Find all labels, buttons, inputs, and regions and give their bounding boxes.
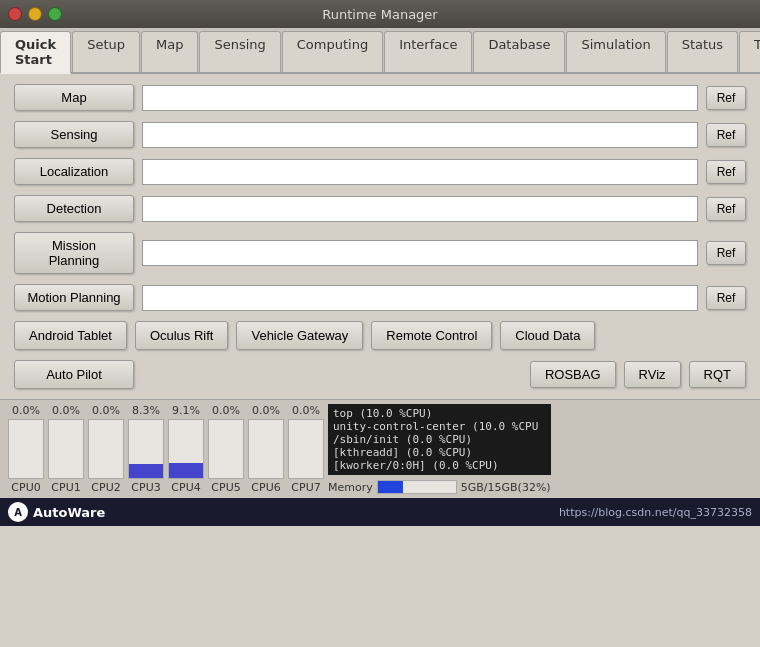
mission-planning-ref-button[interactable]: Ref xyxy=(706,241,746,265)
cpu2-pct: 0.0% xyxy=(92,404,120,417)
minimize-button[interactable] xyxy=(28,7,42,21)
cpu5-graph xyxy=(208,419,244,479)
cpu7-graph xyxy=(288,419,324,479)
section-row-localization: LocalizationRef xyxy=(14,158,746,185)
cpu0-label: CPU0 xyxy=(11,481,40,494)
sensing-ref-button[interactable]: Ref xyxy=(706,123,746,147)
cpu6-graph xyxy=(248,419,284,479)
bottom-control-row: Auto PilotROSBAGRVizRQT xyxy=(14,360,746,389)
cpu-col-cpu6: 0.0%CPU6 xyxy=(248,404,284,494)
cpu-col-cpu0: 0.0%CPU0 xyxy=(8,404,44,494)
tab-status[interactable]: Status xyxy=(667,31,738,72)
cpu3-graph xyxy=(128,419,164,479)
cpu3-fill xyxy=(129,464,163,478)
map-button[interactable]: Map xyxy=(14,84,134,111)
tab-sensing[interactable]: Sensing xyxy=(199,31,280,72)
tab-simulation[interactable]: Simulation xyxy=(566,31,665,72)
motion-planning-input[interactable] xyxy=(142,285,698,311)
cpu-col-cpu1: 0.0%CPU1 xyxy=(48,404,84,494)
tab-computing[interactable]: Computing xyxy=(282,31,383,72)
cpu6-label: CPU6 xyxy=(251,481,280,494)
cpu0-graph xyxy=(8,419,44,479)
localization-button[interactable]: Localization xyxy=(14,158,134,185)
memory-section: top (10.0 %CPU)unity-control-center (10.… xyxy=(328,404,551,494)
cpu7-pct: 0.0% xyxy=(292,404,320,417)
cloud-data-button[interactable]: Cloud Data xyxy=(500,321,595,350)
motion-planning-ref-button[interactable]: Ref xyxy=(706,286,746,310)
memory-bar-background xyxy=(377,480,457,494)
logo-icon: A xyxy=(8,502,28,522)
cpu0-pct: 0.0% xyxy=(12,404,40,417)
android-tablet-button[interactable]: Android Tablet xyxy=(14,321,127,350)
cpu3-label: CPU3 xyxy=(131,481,160,494)
autoware-logo: A AutoWare xyxy=(8,502,105,522)
rosbag-button[interactable]: ROSBAG xyxy=(530,361,616,388)
logo-bar: A AutoWare https://blog.csdn.net/qq_3373… xyxy=(0,498,760,526)
memory-info-panel: top (10.0 %CPU)unity-control-center (10.… xyxy=(328,404,551,475)
oculus-rift-button[interactable]: Oculus Rift xyxy=(135,321,229,350)
memory-bar-fill xyxy=(378,481,403,493)
close-button[interactable] xyxy=(8,7,22,21)
maximize-button[interactable] xyxy=(48,7,62,21)
cpu5-label: CPU5 xyxy=(211,481,240,494)
mem-info-line: [kworker/0:0H] (0.0 %CPU) xyxy=(333,459,546,472)
mem-info-line: /sbin/init (0.0 %CPU) xyxy=(333,433,546,446)
auto-pilot-button[interactable]: Auto Pilot xyxy=(14,360,134,389)
remote-control-button[interactable]: Remote Control xyxy=(371,321,492,350)
cpu2-graph xyxy=(88,419,124,479)
memory-text: 5GB/15GB(32%) xyxy=(461,481,551,494)
map-ref-button[interactable]: Ref xyxy=(706,86,746,110)
cpu4-pct: 9.1% xyxy=(172,404,200,417)
localization-ref-button[interactable]: Ref xyxy=(706,160,746,184)
mem-info-line: [kthreadd] (0.0 %CPU) xyxy=(333,446,546,459)
cpu7-label: CPU7 xyxy=(291,481,320,494)
cpu-col-cpu2: 0.0%CPU2 xyxy=(88,404,124,494)
map-input[interactable] xyxy=(142,85,698,111)
cpu3-pct: 8.3% xyxy=(132,404,160,417)
mission-planning-input[interactable] xyxy=(142,240,698,266)
section-row-detection: DetectionRef xyxy=(14,195,746,222)
cpu-col-cpu4: 9.1%CPU4 xyxy=(168,404,204,494)
vehicle-gateway-button[interactable]: Vehicle Gateway xyxy=(236,321,363,350)
cpu-status-bar: 0.0%CPU00.0%CPU10.0%CPU28.3%CPU39.1%CPU4… xyxy=(0,399,760,498)
section-row-mission-planning: Mission PlanningRef xyxy=(14,232,746,274)
tab-interface[interactable]: Interface xyxy=(384,31,472,72)
memory-label: Memory xyxy=(328,481,373,494)
cpu1-label: CPU1 xyxy=(51,481,80,494)
logo-text: AutoWare xyxy=(33,505,105,520)
mem-info-line: unity-control-center (10.0 %CPU xyxy=(333,420,546,433)
cpu5-pct: 0.0% xyxy=(212,404,240,417)
localization-input[interactable] xyxy=(142,159,698,185)
section-row-sensing: SensingRef xyxy=(14,121,746,148)
tab-database[interactable]: Database xyxy=(473,31,565,72)
cpu4-label: CPU4 xyxy=(171,481,200,494)
detection-input[interactable] xyxy=(142,196,698,222)
detection-ref-button[interactable]: Ref xyxy=(706,197,746,221)
tabbar: Quick StartSetupMapSensingComputingInter… xyxy=(0,28,760,74)
sensing-input[interactable] xyxy=(142,122,698,148)
window-title: Runtime Manager xyxy=(322,7,437,22)
cpu-col-cpu3: 8.3%CPU3 xyxy=(128,404,164,494)
action-buttons-row: Android TabletOculus RiftVehicle Gateway… xyxy=(14,321,746,350)
section-row-motion-planning: Motion PlanningRef xyxy=(14,284,746,311)
cpu1-graph xyxy=(48,419,84,479)
sensing-button[interactable]: Sensing xyxy=(14,121,134,148)
tab-topics[interactable]: Topics xyxy=(739,31,760,72)
titlebar: Runtime Manager xyxy=(0,0,760,28)
memory-bar-wrap: Memory5GB/15GB(32%) xyxy=(328,479,551,494)
rqt-button[interactable]: RQT xyxy=(689,361,746,388)
cpu-col-cpu7: 0.0%CPU7 xyxy=(288,404,324,494)
tab-quick-start[interactable]: Quick Start xyxy=(0,31,71,74)
cpu1-pct: 0.0% xyxy=(52,404,80,417)
tab-map[interactable]: Map xyxy=(141,31,198,72)
mission-planning-button[interactable]: Mission Planning xyxy=(14,232,134,274)
tab-setup[interactable]: Setup xyxy=(72,31,140,72)
cpu4-graph xyxy=(168,419,204,479)
cpu6-pct: 0.0% xyxy=(252,404,280,417)
section-row-map: MapRef xyxy=(14,84,746,111)
motion-planning-button[interactable]: Motion Planning xyxy=(14,284,134,311)
rviz-button[interactable]: RViz xyxy=(624,361,681,388)
detection-button[interactable]: Detection xyxy=(14,195,134,222)
logo-url: https://blog.csdn.net/qq_33732358 xyxy=(559,506,752,519)
cpu4-fill xyxy=(169,463,203,478)
